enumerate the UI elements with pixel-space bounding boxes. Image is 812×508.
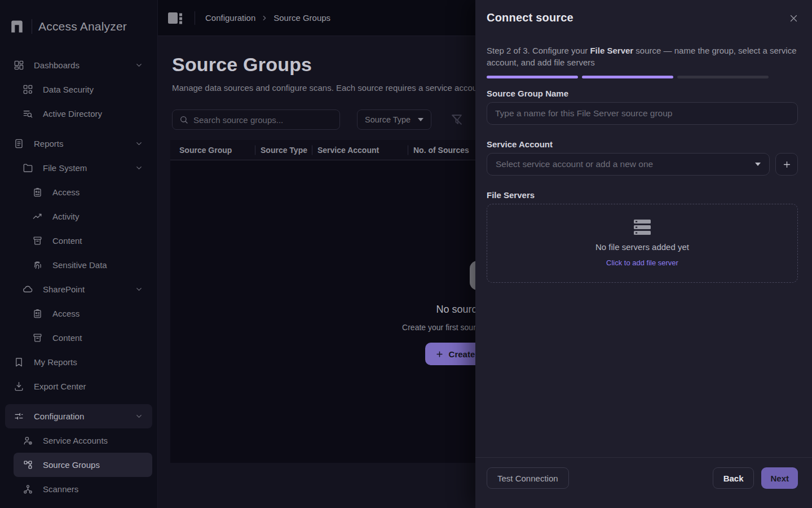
back-button[interactable]: Back (713, 467, 754, 489)
sliders-icon (13, 411, 24, 422)
sidebar-item-label: Content (52, 333, 152, 343)
chevron-down-icon (418, 118, 423, 121)
sidebar-item-scanners[interactable]: Scanners (5, 477, 152, 501)
sidebar-item-label: Content (52, 236, 152, 246)
sidebar-item-sensitive-data[interactable]: Sensitive Data (5, 253, 152, 277)
search-icon (179, 115, 188, 124)
connect-source-drawer: Connect source Step 2 of 3. Configure yo… (475, 0, 812, 508)
sidebar-item-active-directory[interactable]: Active Directory (5, 102, 152, 126)
sidebar-item-label: Scanners (43, 484, 152, 494)
source-group-name-label: Source Group Name (487, 89, 798, 98)
id-badge-icon (32, 308, 43, 319)
test-connection-button[interactable]: Test Connection (487, 467, 569, 489)
progress-segment-2 (582, 76, 673, 78)
sidebar-item-access[interactable]: Access (5, 180, 152, 204)
sidebar-item-label: Export Center (34, 382, 152, 391)
file-servers-label: File Servers (487, 190, 798, 200)
sidebar-item-content[interactable]: Content (5, 326, 152, 350)
sidebar-item-label: Data Security (43, 85, 152, 94)
breadcrumb: Configuration Source Groups (205, 13, 330, 23)
sidebar-item-label: Sensitive Data (52, 260, 152, 270)
column-header-service-account[interactable]: Service Account (312, 146, 408, 155)
progress-bar (487, 76, 769, 78)
bookmark-icon (13, 357, 24, 368)
sidebar-item-label: Active Directory (43, 109, 152, 119)
breadcrumb-item-configuration[interactable]: Configuration (205, 13, 255, 23)
chevron-down-icon (135, 164, 143, 172)
sidebar-item-export-center[interactable]: Export Center (5, 374, 152, 398)
progress-segment-1 (487, 76, 578, 78)
sidebar-item-label: File System (43, 163, 135, 173)
step-description: Step 2 of 3. Configure your File Server … (487, 45, 798, 68)
sidebar-item-label: Service Accounts (43, 436, 152, 445)
sidebar-item-label: Configuration (34, 411, 135, 421)
sidebar-toggle-icon[interactable] (167, 12, 183, 24)
plus-icon (782, 160, 792, 169)
logo: Access Analyzer (0, 0, 157, 36)
column-header-source-type[interactable]: Source Type (255, 146, 312, 155)
cloud-icon (22, 284, 33, 295)
topbar-divider (195, 11, 195, 25)
source-type-filter[interactable]: Source Type (357, 110, 431, 130)
sidebar-item-source-groups[interactable]: Source Groups (14, 453, 152, 477)
dashboards-icon (13, 60, 24, 71)
archive-box-icon (32, 235, 43, 247)
logo-n-icon (10, 19, 24, 34)
file-servers-empty-title: No file servers added yet (595, 242, 689, 252)
fingerprint-icon (32, 260, 43, 271)
trend-line-icon (32, 211, 43, 222)
service-account-label: Service Account (487, 139, 798, 149)
service-account-select[interactable]: Select service account or add a new one (487, 153, 770, 176)
sidebar-item-label: Activity (52, 212, 152, 221)
chevron-down-icon (135, 412, 143, 421)
id-badge-icon (32, 187, 43, 198)
sidebar-item-data-security[interactable]: Data Security (5, 77, 152, 102)
logo-divider (32, 19, 32, 34)
plus-icon (435, 350, 444, 358)
next-button[interactable]: Next (761, 467, 798, 489)
sidebar-item-my-reports[interactable]: My Reports (5, 350, 152, 374)
chevron-down-icon (135, 61, 143, 69)
clear-filters-icon[interactable] (450, 113, 464, 126)
close-icon[interactable] (789, 14, 799, 24)
sidebar-item-content[interactable]: Content (5, 229, 152, 253)
sidebar-item-label: Source Groups (43, 460, 152, 470)
list-search-icon (22, 108, 33, 120)
share-nodes-icon (22, 484, 33, 495)
drawer-footer: Test Connection Back Next (475, 457, 812, 508)
sidebar-item-activity[interactable]: Activity (5, 204, 152, 229)
report-doc-icon (13, 138, 24, 150)
download-tray-icon (13, 381, 24, 392)
source-group-name-input[interactable] (487, 102, 798, 125)
search-input[interactable] (193, 115, 333, 125)
server-stack-icon (634, 220, 651, 235)
sidebar-item-access[interactable]: Access (5, 301, 152, 326)
column-header-source-group[interactable]: Source Group (170, 146, 255, 155)
sidebar-nav: DashboardsData SecurityActive DirectoryR… (0, 53, 157, 501)
sidebar-item-label: Dashboards (34, 60, 135, 70)
hierarchy-icon (22, 459, 33, 471)
chevron-down-icon (135, 139, 143, 148)
add-service-account-button[interactable] (775, 153, 798, 176)
sidebar-item-label: Access (52, 309, 152, 318)
sidebar-item-service-accounts[interactable]: Service Accounts (5, 428, 152, 453)
breadcrumb-item-source-groups[interactable]: Source Groups (273, 13, 330, 23)
sidebar-item-label: SharePoint (43, 284, 135, 294)
sidebar: Access Analyzer DashboardsData SecurityA… (0, 0, 158, 508)
sidebar-item-label: Access (52, 187, 152, 197)
user-gear-icon (22, 435, 33, 446)
sidebar-item-reports[interactable]: Reports (5, 132, 152, 156)
sidebar-item-file-system[interactable]: File System (5, 156, 152, 180)
add-file-server-link[interactable]: Click to add file server (606, 259, 678, 267)
archive-box-icon (32, 332, 43, 344)
folder-icon (22, 163, 33, 174)
sidebar-item-label: My Reports (34, 357, 152, 367)
breadcrumb-chevron-icon (261, 14, 268, 22)
sidebar-item-configuration[interactable]: Configuration (5, 404, 152, 428)
file-servers-dropzone[interactable]: No file servers added yet Click to add f… (487, 204, 798, 283)
sidebar-item-dashboards[interactable]: Dashboards (5, 53, 152, 77)
search-box[interactable] (172, 110, 340, 130)
chevron-down-icon (755, 163, 761, 166)
progress-segment-3 (677, 76, 769, 78)
sidebar-item-sharepoint[interactable]: SharePoint (5, 277, 152, 301)
